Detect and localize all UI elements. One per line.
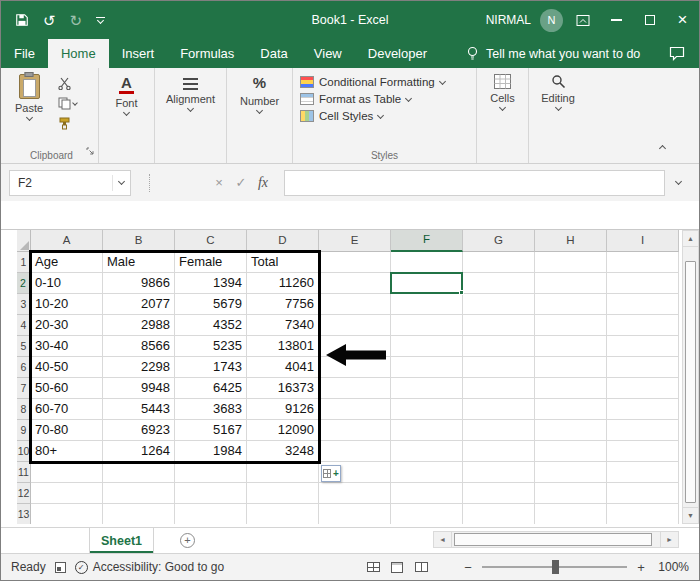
scroll-up-button[interactable]: ▲ — [683, 231, 698, 247]
cell-E1[interactable] — [319, 252, 391, 273]
cell-C7[interactable]: 6425 — [175, 378, 247, 399]
cell-C11[interactable] — [175, 462, 247, 483]
vertical-scrollbar-thumb[interactable] — [685, 261, 696, 503]
cell-C5[interactable]: 5235 — [175, 336, 247, 357]
row-header-12[interactable]: 12 — [17, 483, 31, 504]
font-button[interactable]: A Font — [99, 68, 154, 115]
cell-H3[interactable] — [535, 294, 607, 315]
cell-H7[interactable] — [535, 378, 607, 399]
cell-C13[interactable] — [175, 504, 247, 524]
cell-I13[interactable] — [607, 504, 679, 524]
comments-button[interactable] — [669, 39, 685, 68]
close-button[interactable]: × — [666, 1, 699, 39]
cell-A13[interactable] — [31, 504, 103, 524]
fill-handle[interactable] — [459, 290, 464, 295]
cell-I2[interactable] — [607, 273, 679, 294]
cell-D11[interactable] — [247, 462, 319, 483]
cell-A6[interactable]: 40-50 — [31, 357, 103, 378]
user-name[interactable]: NIRMAL — [486, 13, 531, 27]
editing-button[interactable]: Editing — [529, 68, 587, 110]
cell-F8[interactable] — [391, 399, 463, 420]
tab-developer[interactable]: Developer — [355, 39, 440, 68]
cell-F7[interactable] — [391, 378, 463, 399]
horizontal-scroll-track[interactable] — [451, 532, 661, 547]
page-break-view-button[interactable] — [411, 558, 431, 576]
page-layout-view-button[interactable] — [387, 558, 407, 576]
undo-button[interactable]: ↺ — [43, 13, 56, 28]
row-header-7[interactable]: 7 — [17, 378, 31, 399]
alignment-button[interactable]: Alignment — [155, 68, 226, 111]
cell-A9[interactable]: 70-80 — [31, 420, 103, 441]
row-header-1[interactable]: 1 — [17, 252, 31, 273]
enter-button[interactable]: ✓ — [230, 175, 252, 190]
cell-E10[interactable] — [319, 441, 391, 462]
sheet-tab-sheet1[interactable]: Sheet1 — [89, 528, 154, 553]
normal-view-button[interactable] — [363, 558, 383, 576]
cell-A8[interactable]: 60-70 — [31, 399, 103, 420]
vertical-scrollbar[interactable]: ▲ ▼ — [682, 230, 699, 524]
cell-G9[interactable] — [463, 420, 535, 441]
cell-H9[interactable] — [535, 420, 607, 441]
cell-G1[interactable] — [463, 252, 535, 273]
row-header-5[interactable]: 5 — [17, 336, 31, 357]
cell-G12[interactable] — [463, 483, 535, 504]
cell-B3[interactable]: 2077 — [103, 294, 175, 315]
cell-I11[interactable] — [607, 462, 679, 483]
cell-A12[interactable] — [31, 483, 103, 504]
cell-F1[interactable] — [391, 252, 463, 273]
cell-A7[interactable]: 50-60 — [31, 378, 103, 399]
row-header-10[interactable]: 10 — [17, 441, 31, 462]
tab-file[interactable]: File — [1, 39, 48, 68]
avatar[interactable]: N — [540, 9, 563, 32]
cell-B13[interactable] — [103, 504, 175, 524]
scroll-down-button[interactable]: ▼ — [683, 507, 698, 523]
expand-formula-bar-button[interactable] — [665, 181, 691, 184]
cell-G6[interactable] — [463, 357, 535, 378]
cell-D8[interactable]: 9126 — [247, 399, 319, 420]
cell-B5[interactable]: 8566 — [103, 336, 175, 357]
column-header-G[interactable]: G — [463, 230, 535, 252]
cell-E7[interactable] — [319, 378, 391, 399]
cell-D9[interactable]: 12090 — [247, 420, 319, 441]
cell-A3[interactable]: 10-20 — [31, 294, 103, 315]
format-painter-button[interactable] — [58, 117, 71, 130]
cut-button[interactable] — [58, 77, 71, 90]
cell-C6[interactable]: 1743 — [175, 357, 247, 378]
tab-formulas[interactable]: Formulas — [167, 39, 247, 68]
zoom-slider-thumb[interactable] — [552, 560, 559, 574]
cell-D10[interactable]: 3248 — [247, 441, 319, 462]
cell-I1[interactable] — [607, 252, 679, 273]
cell-H1[interactable] — [535, 252, 607, 273]
cell-D4[interactable]: 7340 — [247, 315, 319, 336]
column-header-A[interactable]: A — [31, 230, 103, 252]
zoom-in-button[interactable]: + — [635, 560, 647, 575]
row-header-3[interactable]: 3 — [17, 294, 31, 315]
horizontal-scrollbar-thumb[interactable] — [454, 533, 652, 546]
cell-F9[interactable] — [391, 420, 463, 441]
zoom-level[interactable]: 100% — [655, 560, 689, 574]
cell-styles-button[interactable]: Cell Styles — [293, 110, 476, 122]
cell-B7[interactable]: 9948 — [103, 378, 175, 399]
cell-E8[interactable] — [319, 399, 391, 420]
save-button[interactable] — [15, 13, 29, 27]
accessibility-status[interactable]: ✓ Accessibility: Good to go — [75, 560, 224, 574]
paste-button[interactable]: Paste — [5, 68, 53, 130]
cell-D2[interactable]: 11260 — [247, 273, 319, 294]
cell-I6[interactable] — [607, 357, 679, 378]
column-header-D[interactable]: D — [247, 230, 319, 252]
tab-data[interactable]: Data — [247, 39, 300, 68]
cell-F10[interactable] — [391, 441, 463, 462]
cell-F5[interactable] — [391, 336, 463, 357]
zoom-out-button[interactable]: − — [462, 560, 474, 575]
ribbon-display-options-button[interactable] — [576, 14, 590, 27]
cell-A5[interactable]: 30-40 — [31, 336, 103, 357]
tell-me-box[interactable]: Tell me what you want to do — [466, 39, 640, 68]
cell-F3[interactable] — [391, 294, 463, 315]
row-header-13[interactable]: 13 — [17, 504, 31, 524]
formula-bar-separator[interactable] — [149, 174, 150, 192]
horizontal-scrollbar[interactable]: ◄ ► — [433, 531, 679, 548]
cell-B1[interactable]: Male — [103, 252, 175, 273]
cell-I4[interactable] — [607, 315, 679, 336]
conditional-formatting-button[interactable]: Conditional Formatting — [293, 76, 476, 88]
cell-B2[interactable]: 9866 — [103, 273, 175, 294]
